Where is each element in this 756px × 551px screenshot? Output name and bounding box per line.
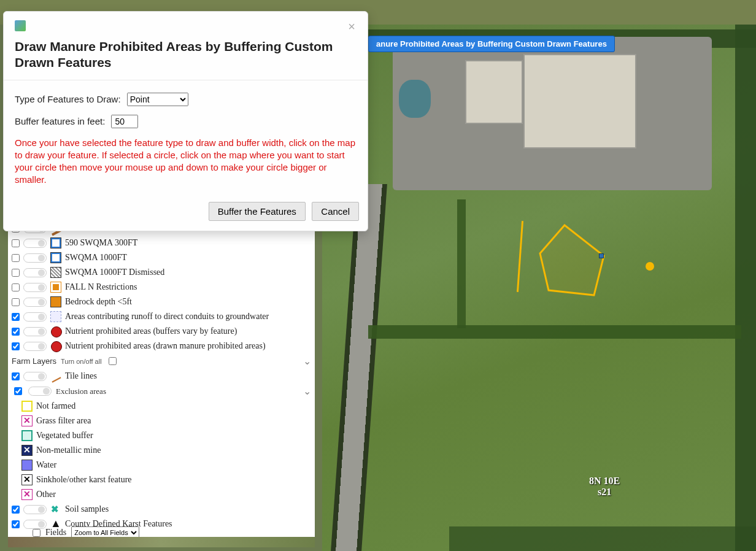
square-icon <box>50 296 61 307</box>
layer-checkbox[interactable] <box>12 254 20 262</box>
chevron-down-icon[interactable]: ⌄ <box>303 385 311 397</box>
square-icon <box>21 430 33 441</box>
layer-checkbox[interactable] <box>12 269 20 277</box>
dialog-body: Type of Features to Draw: Point Buffer f… <box>4 80 368 194</box>
layer-label: Grass filter area <box>36 415 91 427</box>
layer-row-runoff: Areas contributing runoff to direct cond… <box>8 309 315 324</box>
layer-checkbox[interactable] <box>33 529 40 537</box>
buffer-width-input[interactable] <box>111 115 138 128</box>
square-icon <box>50 282 61 293</box>
layer-checkbox[interactable] <box>12 239 20 247</box>
section-label: 8N 10E s21 <box>589 476 620 497</box>
layer-row-590-swqma-300: 590 SWQMA 300FT <box>8 236 315 250</box>
feature-type-row: Type of Features to Draw: Point <box>15 93 357 106</box>
section-label-line1: 8N 10E <box>589 476 620 487</box>
chevron-down-icon[interactable]: ⌄ <box>303 355 311 367</box>
square-icon <box>50 252 61 263</box>
layer-opacity-toggle[interactable] <box>23 505 47 514</box>
excl-grass-filter: Grass filter area <box>8 414 315 428</box>
layer-checkbox[interactable] <box>12 328 20 336</box>
layer-checkbox[interactable] <box>12 283 20 291</box>
buffer-features-button[interactable]: Buffer the Features <box>209 202 306 221</box>
layer-label: SWQMA 1000FT <box>65 252 127 264</box>
layer-row-nutrient-buffers: Nutrient prohibited areas (buffers vary … <box>8 324 315 339</box>
layer-label: SWQMA 1000FT Dismissed <box>65 266 164 279</box>
layer-label: Not farmed <box>36 400 75 412</box>
layer-checkbox[interactable] <box>12 520 20 528</box>
svg-marker-0 <box>540 225 604 295</box>
layer-checkbox[interactable] <box>12 372 20 380</box>
square-icon <box>21 415 33 426</box>
turn-on-off-checkbox[interactable] <box>109 357 117 365</box>
layer-row-soil-samples: Soil samples <box>8 502 315 517</box>
layer-label: Soil samples <box>65 503 109 515</box>
layer-row-swqma-1000: SWQMA 1000FT <box>8 250 315 265</box>
app-logo-icon <box>15 20 26 31</box>
square-icon <box>50 237 61 249</box>
group-exclusion-areas[interactable]: Exclusion areas ⌄ <box>8 383 315 399</box>
layer-label: Nutrient prohibited areas (buffers vary … <box>65 325 237 337</box>
layer-row-fall-n: FALL N Restrictions <box>8 280 315 295</box>
layer-opacity-toggle[interactable] <box>23 253 47 263</box>
layer-label: Nutrient prohibited areas (drawn manure … <box>65 340 266 352</box>
feature-type-label: Type of Features to Draw: <box>15 94 121 104</box>
layer-label: Bedrock depth <5ft <box>65 296 132 308</box>
layer-checkbox[interactable] <box>12 313 20 321</box>
building <box>466 61 522 123</box>
pond <box>399 80 431 118</box>
close-button[interactable]: × <box>344 19 359 34</box>
square-icon <box>21 474 33 485</box>
excl-not-farmed: Not farmed <box>8 399 315 414</box>
layer-opacity-toggle[interactable] <box>23 372 47 381</box>
layer-label: FALL N Restrictions <box>65 281 137 293</box>
layer-label: Non-metallic mine <box>36 444 101 457</box>
layer-checkbox[interactable] <box>12 342 20 350</box>
line-icon <box>50 371 61 382</box>
layer-label: Fields <box>45 528 66 538</box>
layer-label: Vegetated buffer <box>36 430 93 442</box>
layer-opacity-toggle[interactable] <box>23 283 47 292</box>
x-icon <box>50 504 61 515</box>
layer-opacity-toggle[interactable] <box>23 312 47 322</box>
feature-type-select[interactable]: Point <box>127 93 188 106</box>
group-farm-layers[interactable]: Farm Layers Turn on/off all ⌄ <box>8 353 315 369</box>
dialog-header: × Draw Manure Prohibited Areas by Buffer… <box>4 12 368 80</box>
building <box>525 55 635 147</box>
layer-checkbox[interactable] <box>12 506 20 514</box>
red-dot-icon <box>50 326 61 337</box>
layer-label: Exclusion areas <box>56 387 106 396</box>
excl-non-metallic: Non-metallic mine <box>8 443 315 458</box>
excl-other: Other <box>8 487 315 502</box>
layer-checkbox[interactable] <box>12 298 20 306</box>
cancel-button[interactable]: Cancel <box>312 202 359 221</box>
layer-label: Other <box>36 488 56 501</box>
layer-row-bedrock: Bedrock depth <5ft <box>8 295 315 309</box>
dashed-square-icon <box>50 311 61 322</box>
layer-panel: Local Prohibitions 590 SWQMA 300FT SWQMA… <box>8 221 315 547</box>
section-label-line2: s21 <box>589 487 620 498</box>
dialog-title: Draw Manure Prohibited Areas by Bufferin… <box>15 39 357 71</box>
buffer-dialog: × Draw Manure Prohibited Areas by Buffer… <box>3 11 368 231</box>
hedgerow <box>368 325 741 339</box>
layer-opacity-toggle[interactable] <box>23 298 47 307</box>
treeline <box>449 526 756 551</box>
square-icon <box>21 460 33 471</box>
layer-checkbox[interactable] <box>14 387 22 395</box>
layer-opacity-toggle[interactable] <box>23 327 47 336</box>
map-mode-banner: anure Prohibited Areas by Buffering Cust… <box>368 36 615 52</box>
layer-label: Tile lines <box>65 370 97 382</box>
excl-water: Water <box>8 458 315 472</box>
layer-label: Sinkhole/other karst feature <box>36 474 132 486</box>
instruction-text: Once your have selected the feature type… <box>15 137 357 187</box>
drawn-polygon-feature[interactable] <box>538 224 611 306</box>
buffer-width-label: Buffer features in feet: <box>15 116 105 126</box>
layer-opacity-toggle[interactable] <box>23 268 47 277</box>
drawn-point-feature[interactable] <box>646 262 654 271</box>
hedgerow <box>457 199 466 328</box>
layer-opacity-toggle[interactable] <box>28 387 52 396</box>
layer-opacity-toggle[interactable] <box>23 342 47 351</box>
polygon-vertex-handle[interactable] <box>599 253 604 258</box>
layer-opacity-toggle[interactable] <box>23 239 47 248</box>
treeline <box>735 25 756 551</box>
layer-label: 590 SWQMA 300FT <box>65 237 137 249</box>
